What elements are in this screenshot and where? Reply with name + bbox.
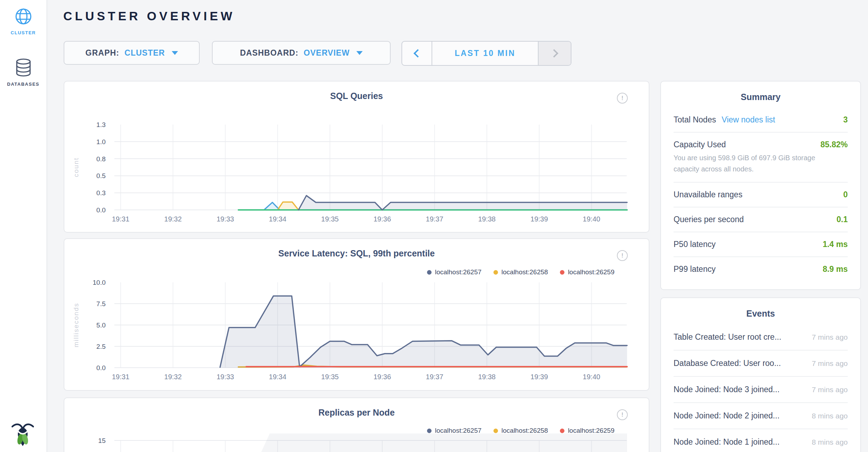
cockroachdb-logo-icon[interactable] — [12, 422, 34, 446]
service-latency-chart-canvas[interactable]: 0.02.55.07.510.019:3119:3219:3319:3419:3… — [64, 239, 649, 390]
graph-dropdown[interactable]: GRAPH: CLUSTER — [64, 41, 200, 65]
svg-text:5.0: 5.0 — [97, 322, 106, 329]
summary-row: P50 latency1.4 ms — [674, 232, 848, 256]
sidebar-item-label: DATABASES — [0, 82, 47, 87]
summary-row-left: Unavailable ranges — [674, 190, 742, 199]
event-row[interactable]: Table Created: User root cre...7 mins ag… — [674, 324, 848, 350]
summary-row-left: P99 latency — [674, 264, 716, 274]
database-icon — [0, 58, 47, 78]
event-row-label: Node Joined: Node 2 joined... — [674, 411, 780, 421]
summary-row-label: Queries per second — [674, 215, 744, 224]
summary-row: Total NodesView nodes list3 — [674, 108, 848, 132]
svg-text:19:31: 19:31 — [112, 215, 129, 223]
svg-text:0.0: 0.0 — [97, 206, 106, 214]
svg-text:milliseconds: milliseconds — [72, 303, 80, 347]
svg-text:19:36: 19:36 — [373, 215, 391, 223]
summary-row: Unavailable ranges0 — [674, 182, 848, 207]
svg-text:1.0: 1.0 — [97, 138, 106, 146]
summary-row-main: P99 latency8.9 ms — [674, 264, 848, 274]
summary-row-main: Total NodesView nodes list3 — [674, 115, 848, 125]
service-latency-chart-card: Service Latency: SQL, 99th percentile lo… — [64, 238, 649, 391]
event-row-time: 7 mins ago — [812, 359, 848, 368]
summary-row: Queries per second0.1 — [674, 207, 848, 232]
time-range-selector: LAST 10 MIN — [401, 41, 571, 66]
view-nodes-list-link[interactable]: View nodes list — [721, 115, 775, 125]
svg-text:0.0: 0.0 — [97, 364, 106, 372]
summary-title: Summary — [661, 92, 860, 102]
event-row-time: 7 mins ago — [812, 386, 848, 394]
svg-text:19:40: 19:40 — [583, 215, 600, 223]
chevron-down-icon — [356, 51, 363, 55]
summary-row: Capacity Used85.82%You are using 598.9 G… — [674, 132, 848, 182]
summary-panel: Summary Total NodesView nodes list3Capac… — [660, 81, 861, 290]
svg-text:19:32: 19:32 — [164, 373, 182, 381]
event-row[interactable]: Node Joined: Node 1 joined...8 mins ago — [674, 429, 848, 452]
summary-row-value: 85.82% — [820, 140, 848, 149]
summary-row-left: P50 latency — [674, 240, 716, 249]
chevron-down-icon — [172, 51, 178, 55]
svg-text:19:37: 19:37 — [426, 215, 443, 223]
event-row-label: Node Joined: Node 3 joined... — [674, 385, 780, 394]
summary-row-label: Total Nodes — [674, 115, 716, 125]
summary-row-value: 1.4 ms — [823, 240, 848, 249]
summary-row-left: Capacity Used — [674, 140, 726, 149]
summary-row-subtext: You are using 598.9 GiB of 697.9 GiB sto… — [674, 152, 838, 175]
svg-text:19:31: 19:31 — [112, 373, 129, 381]
summary-row-main: Queries per second0.1 — [674, 215, 848, 224]
dashboard-dropdown[interactable]: DASHBOARD: OVERVIEW — [212, 41, 391, 65]
graph-dropdown-label: GRAPH: — [85, 48, 119, 58]
svg-text:19:32: 19:32 — [164, 215, 182, 223]
time-range-label[interactable]: LAST 10 MIN — [432, 42, 538, 65]
summary-row-left: Total NodesView nodes list — [674, 115, 775, 125]
time-prev-button[interactable] — [402, 42, 432, 65]
svg-text:19:33: 19:33 — [216, 215, 234, 223]
summary-rows: Total NodesView nodes list3Capacity Used… — [674, 108, 848, 281]
summary-row-label: P99 latency — [674, 264, 716, 274]
event-row-time: 8 mins ago — [812, 412, 848, 420]
summary-row: P99 latency8.9 ms — [674, 256, 848, 281]
page-title: CLUSTER OVERVIEW — [63, 9, 235, 23]
events-rows: Table Created: User root cre...7 mins ag… — [674, 324, 848, 452]
event-row[interactable]: Node Joined: Node 3 joined...7 mins ago — [674, 376, 848, 402]
svg-text:19:35: 19:35 — [321, 373, 339, 381]
event-row-time: 7 mins ago — [812, 333, 848, 341]
svg-text:19:38: 19:38 — [478, 215, 496, 223]
sidebar-item-cluster[interactable]: CLUSTER — [0, 8, 47, 35]
chevron-right-icon — [550, 49, 558, 57]
sidebar: CLUSTER DATABASES — [0, 0, 47, 452]
summary-row-value: 3 — [843, 115, 848, 125]
event-row[interactable]: Database Created: User roo...7 mins ago — [674, 350, 848, 376]
summary-row-main: Capacity Used85.82% — [674, 140, 848, 149]
svg-text:19:35: 19:35 — [321, 215, 339, 223]
summary-row-main: Unavailable ranges0 — [674, 190, 848, 199]
svg-text:2.5: 2.5 — [97, 343, 106, 350]
sql-queries-chart-canvas[interactable]: 0.00.30.50.81.01.319:3119:3219:3319:3419… — [64, 82, 649, 232]
sidebar-item-label: CLUSTER — [0, 30, 47, 35]
svg-text:15: 15 — [98, 437, 106, 444]
event-row-label: Node Joined: Node 1 joined... — [674, 437, 780, 447]
summary-row-value: 0 — [843, 190, 848, 199]
event-row[interactable]: Node Joined: Node 2 joined...8 mins ago — [674, 402, 848, 429]
svg-text:19:34: 19:34 — [269, 373, 286, 381]
dashboard-dropdown-value: OVERVIEW — [304, 48, 350, 58]
sidebar-item-databases[interactable]: DATABASES — [0, 58, 47, 87]
event-row-label: Database Created: User roo... — [674, 359, 781, 368]
svg-text:19:38: 19:38 — [478, 373, 496, 381]
sql-queries-chart-card: SQL Queries 0.00.30.50.81.01.319:3119:32… — [64, 81, 649, 233]
summary-row-left: Queries per second — [674, 215, 744, 224]
svg-text:1.3: 1.3 — [97, 121, 106, 128]
svg-text:19:39: 19:39 — [531, 215, 548, 223]
svg-text:10.0: 10.0 — [93, 279, 106, 286]
summary-row-value: 8.9 ms — [823, 264, 848, 274]
svg-text:0.5: 0.5 — [97, 172, 106, 179]
cluster-overview-page: CLUSTER DATABASES — [0, 0, 868, 452]
svg-text:19:37: 19:37 — [426, 373, 443, 381]
svg-text:19:34: 19:34 — [269, 215, 286, 223]
svg-text:19:33: 19:33 — [216, 373, 234, 381]
globe-icon — [0, 8, 47, 27]
events-panel: Events Table Created: User root cre...7 … — [660, 297, 861, 452]
chevron-left-icon — [413, 49, 422, 57]
replicas-per-node-chart-canvas[interactable]: 151019:3119:3219:3319:3419:3519:3619:371… — [64, 398, 649, 452]
time-next-button[interactable] — [538, 42, 571, 65]
svg-text:19:40: 19:40 — [583, 373, 600, 381]
